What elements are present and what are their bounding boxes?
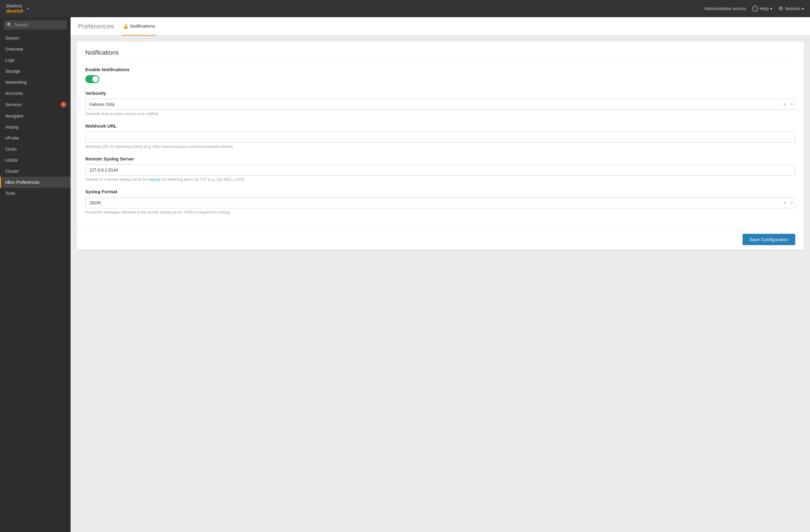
syslog-format-select[interactable]: JSON Plain Text [85, 197, 795, 208]
sidebar-item-label: Tools [5, 191, 15, 196]
webhook-input[interactable] [85, 132, 795, 143]
syslog-format-section: Syslog Format JSON Plain Text ✕ ▾ Format… [85, 189, 795, 214]
syslog-format-hint: Format for messages delivered to the rem… [85, 210, 795, 214]
sidebar-item-nprobe[interactable]: nProbe [0, 132, 70, 144]
syslog-format-dropdown-icon[interactable]: ▾ [791, 201, 793, 205]
session-chevron-icon: ▾ [802, 6, 804, 11]
sidebar-item-services[interactable]: Services! [0, 99, 70, 110]
sidebar-item-navigator[interactable]: Navigator [0, 110, 70, 122]
webhook-hint: Webhook URL for delivering events (e.g. … [85, 145, 795, 149]
syslog-hint-text: Address of a remote Syslog server (or [85, 177, 148, 182]
tab-notifications[interactable]: 🔔 Notifications [122, 17, 157, 36]
card-footer: Save Configuration [77, 229, 804, 249]
sidebar-item-label: nProbe [5, 135, 19, 141]
sidebar-item-label: Accounts [5, 91, 23, 96]
verbosity-clear-button[interactable]: ✕ [783, 102, 787, 107]
sidebar-item-label: System [5, 36, 20, 41]
syslog-ntopng-link[interactable]: ntopng [148, 177, 160, 182]
main: Preferences 🔔 Notifications Notification… [70, 17, 810, 532]
page-header: Preferences 🔔 Notifications [70, 17, 810, 36]
sidebar-item-label: Cento [5, 147, 17, 151]
syslog-hint-end: ) for delivering alerts via TCP (e.g. 19… [160, 177, 244, 182]
page-title: Preferences [78, 22, 114, 30]
sidebar-item-label: Networking [5, 80, 27, 85]
sidebar-item-cluster[interactable]: Cluster [0, 166, 70, 177]
help-menu[interactable]: ? Help ▾ [752, 5, 772, 12]
sidebar-item-ntopng[interactable]: ntopng [0, 122, 70, 132]
content-area: Notifications Enable Notifications Verbo… [70, 36, 810, 532]
bell-icon: 🔔 [123, 23, 128, 29]
brand-sub: develv5 [6, 8, 23, 14]
card-title: Notifications [85, 49, 795, 61]
sidebar-item-label: Navigator [5, 114, 23, 118]
brand-name: blackout [6, 3, 23, 9]
verbosity-select[interactable]: Failures Only All Events Errors Only [85, 99, 795, 110]
notifications-card: Notifications Enable Notifications Verbo… [77, 42, 804, 249]
sidebar-item-overview[interactable]: Overview [0, 44, 70, 54]
session-label: Session [785, 6, 800, 11]
brand: blackout develv5 [6, 3, 23, 14]
verbosity-dropdown-icon[interactable]: ▾ [791, 102, 793, 107]
session-menu[interactable]: ⚙ Session ▾ [778, 5, 804, 12]
verbosity-label: Verbosity [85, 91, 795, 96]
topbar-right: Administrative access ? Help ▾ ⚙ Session… [704, 5, 804, 12]
syslog-server-hint: Address of a remote Syslog server (or nt… [85, 177, 795, 182]
sidebar-item-cento[interactable]: Cento [0, 144, 70, 155]
help-circle-icon: ? [752, 5, 758, 12]
services-badge: ! [61, 102, 66, 107]
sidebar-nav: SystemOverviewLogsStorageNetworkingAccou… [0, 33, 70, 199]
brand-chevron-icon[interactable]: ▾ [27, 6, 29, 11]
sidebar-item-accounts[interactable]: Accounts [0, 88, 70, 99]
help-chevron-icon: ▾ [770, 6, 772, 11]
syslog-format-select-wrap: JSON Plain Text ✕ ▾ [85, 197, 795, 208]
topbar: blackout develv5 ▾ Administrative access… [0, 0, 810, 17]
sidebar-item-label: Overview [5, 47, 23, 51]
sidebar-item-logs[interactable]: Logs [0, 54, 70, 66]
tab-notifications-label: Notifications [130, 23, 155, 29]
save-configuration-button[interactable]: Save Configuration [743, 234, 795, 245]
sidebar-item-label: Services [5, 102, 22, 107]
sidebar-item-storage[interactable]: Storage [0, 66, 70, 77]
sidebar-item-label: nBox Preferences [5, 180, 39, 185]
syslog-server-input[interactable] [85, 164, 795, 176]
enable-notifications-toggle[interactable] [85, 75, 99, 83]
search-icon: 🔍 [7, 22, 12, 27]
topbar-left: blackout develv5 ▾ [6, 3, 29, 14]
syslog-format-clear-button[interactable]: ✕ [783, 200, 787, 205]
webhook-label: Webhook URL [85, 123, 795, 129]
verbosity-hint: Verbosity level to select events to be n… [85, 112, 795, 116]
syslog-server-label: Remote Syslog Server [85, 156, 795, 161]
enable-notifications-label: Enable Notifications [85, 67, 795, 72]
sidebar-item-n2disk[interactable]: n2disk [0, 155, 70, 166]
card-body: Notifications Enable Notifications Verbo… [77, 42, 804, 229]
toggle-wrap [85, 75, 795, 83]
sidebar-item-label: Cluster [5, 169, 19, 174]
sidebar-item-label: n2disk [5, 158, 17, 163]
verbosity-section: Verbosity Failures Only All Events Error… [85, 91, 795, 116]
sidebar-item-label: ntopng [5, 125, 18, 129]
admin-access-label: Administrative access [704, 6, 746, 11]
gear-icon: ⚙ [778, 5, 783, 12]
sidebar-item-networking[interactable]: Networking [0, 77, 70, 88]
webhook-section: Webhook URL Webhook URL for delivering e… [85, 123, 795, 149]
syslog-format-label: Syslog Format [85, 189, 795, 194]
search-label: Search [14, 22, 28, 27]
sidebar-item-label: Logs [5, 58, 14, 63]
enable-notifications-section: Enable Notifications [85, 67, 795, 83]
syslog-server-section: Remote Syslog Server Address of a remote… [85, 156, 795, 182]
layout: 🔍 Search SystemOverviewLogsStorageNetwor… [0, 17, 810, 532]
sidebar: 🔍 Search SystemOverviewLogsStorageNetwor… [0, 17, 70, 532]
sidebar-item-tools[interactable]: Tools [0, 188, 70, 199]
sidebar-item-nbox-preferences[interactable]: nBox Preferences [0, 177, 70, 188]
search-box[interactable]: 🔍 Search [4, 20, 67, 30]
sidebar-item-label: Storage [5, 69, 20, 74]
verbosity-select-wrap: Failures Only All Events Errors Only ✕ ▾ [85, 99, 795, 110]
help-label: Help [760, 6, 768, 11]
sidebar-item-system[interactable]: System [0, 33, 70, 44]
